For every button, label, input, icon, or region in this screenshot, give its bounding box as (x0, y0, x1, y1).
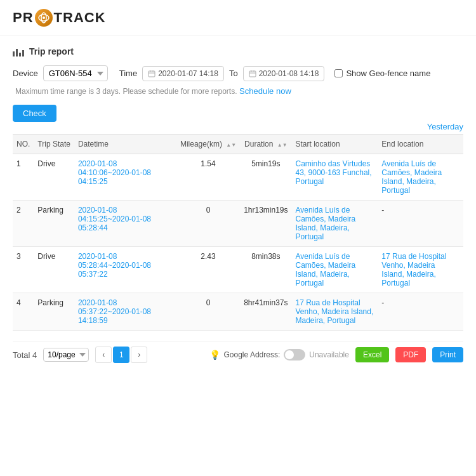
cell-no: 3 (13, 247, 34, 293)
cell-duration: 8hr41min37s (240, 293, 291, 331)
geofence-checkbox[interactable] (334, 69, 343, 77)
cell-datetime: 2020-01-08 05:37:22~2020-01-08 14:18:59 (74, 293, 176, 331)
cell-end-location: 17 Rua de Hospital Venho, Madeira Island… (378, 247, 463, 293)
col-header-duration: Duration ▲▼ (240, 135, 291, 154)
cell-mileage: 2.43 (176, 247, 240, 293)
pagination: ‹ 1 › (95, 347, 147, 363)
col-header-end-location: End location (378, 135, 463, 154)
col-header-trip-state: Trip State (34, 135, 74, 154)
cell-no: 4 (13, 293, 34, 331)
cell-trip-state: Drive (34, 154, 74, 201)
col-header-mileage: Mileage(km) ▲▼ (176, 135, 240, 154)
google-address-row: 💡 Google Address: Unavailable (209, 349, 349, 360)
cell-datetime: 2020-01-08 04:10:06~2020-01-08 04:15:25 (74, 154, 176, 201)
col-header-no: NO. (13, 135, 34, 154)
datetime-link[interactable]: 2020-01-08 04:15:25~2020-01-08 05:28:44 (78, 206, 151, 232)
duration-sort-icon[interactable]: ▲▼ (277, 143, 288, 148)
footer: Total 4 10/page 20/page 50/page ‹ 1 › 💡 … (13, 341, 463, 368)
cell-start-location: Avenida Luís de Camões, Madeira Island, … (292, 201, 378, 247)
header: PR TRACK (0, 0, 476, 36)
schedule-link[interactable]: Schedule now (239, 86, 291, 96)
start-location-link[interactable]: Avenida Luís de Camões, Madeira Island, … (296, 206, 356, 241)
page-size-select[interactable]: 10/page 20/page 50/page (43, 348, 89, 362)
cell-end-location: - (378, 201, 463, 247)
start-location-link[interactable]: Avenida Luís de Camões, Madeira Island, … (296, 252, 356, 288)
cell-datetime: 2020-01-08 05:28:44~2020-01-08 05:37:22 (74, 247, 176, 293)
svg-rect-7 (249, 71, 256, 77)
trip-table: NO. Trip State Datetime Mileage(km) ▲▼ D… (13, 134, 463, 331)
cell-start-location: Avenida Luís de Camões, Madeira Island, … (292, 247, 378, 293)
bulb-icon: 💡 (209, 350, 220, 360)
datetime-link[interactable]: 2020-01-08 05:28:44~2020-01-08 05:37:22 (78, 252, 151, 279)
hint-row: Maximum time range is 3 days. Please sch… (14, 86, 463, 96)
cell-end-location: Avenida Luís de Camões, Madeira Island, … (378, 154, 463, 201)
total-count: Total 4 (13, 350, 37, 360)
cell-trip-state: Parking (34, 201, 74, 247)
col-header-datetime: Datetime (74, 135, 176, 154)
table-row: 4Parking2020-01-08 05:37:22~2020-01-08 1… (13, 293, 463, 331)
time-to-value: 2020-01-08 14:18 (259, 69, 319, 78)
time-to-input[interactable]: 2020-01-08 14:18 (243, 66, 325, 81)
logo-icon (35, 9, 53, 27)
next-page-button[interactable]: › (131, 347, 147, 363)
device-select[interactable]: GT06N-554 (43, 65, 108, 81)
google-address-toggle[interactable] (284, 349, 305, 360)
mileage-sort-icon[interactable]: ▲▼ (226, 143, 236, 148)
datetime-link[interactable]: 2020-01-08 05:37:22~2020-01-08 14:18:59 (78, 298, 151, 325)
pdf-button[interactable]: PDF (395, 347, 426, 362)
end-location-link[interactable]: 17 Rua de Hospital Venho, Madeira Island… (381, 252, 446, 288)
geofence-checkbox-label[interactable]: Show Geo-fence name (334, 69, 430, 78)
google-address-label: Google Address: (224, 350, 281, 359)
device-label: Device (13, 69, 38, 78)
time-from-input[interactable]: 2020-01-07 14:18 (142, 66, 224, 81)
unavailable-text: Unavailable (309, 350, 349, 359)
cell-mileage: 0 (176, 293, 240, 331)
start-location-link[interactable]: Caminho das Virtudes 43, 9000-163 Funcha… (296, 159, 372, 186)
time-label: Time (119, 69, 137, 78)
time-from-value: 2020-01-07 14:18 (158, 69, 218, 78)
logo: PR TRACK (13, 9, 106, 27)
hint-text: Maximum time range is 3 days. Please sch… (15, 87, 237, 96)
cell-trip-state: Drive (34, 247, 74, 293)
end-location-link[interactable]: Avenida Luís de Camões, Madeira Island, … (381, 159, 442, 195)
cell-datetime: 2020-01-08 04:15:25~2020-01-08 05:28:44 (74, 201, 176, 247)
table-row: 2Parking2020-01-08 04:15:25~2020-01-08 0… (13, 201, 463, 247)
table-row: 3Drive2020-01-08 05:28:44~2020-01-08 05:… (13, 247, 463, 293)
controls-row: Device GT06N-554 Time 2020-01-07 14:18 T… (13, 65, 463, 81)
section-header: Trip report (13, 46, 463, 56)
table-row: 1Drive2020-01-08 04:10:06~2020-01-08 04:… (13, 154, 463, 201)
logo-text-post: TRACK (54, 10, 106, 26)
svg-rect-3 (149, 71, 155, 77)
bar-chart-icon (13, 46, 24, 56)
cell-mileage: 1.54 (176, 154, 240, 201)
col-header-start-location: Start location (292, 135, 378, 154)
cell-start-location: 17 Rua de Hospital Venho, Madeira Island… (292, 293, 378, 331)
cell-duration: 5min19s (240, 154, 291, 201)
prev-page-button[interactable]: ‹ (95, 347, 112, 363)
page-1-button[interactable]: 1 (113, 347, 129, 363)
cell-trip-state: Parking (34, 293, 74, 331)
excel-button[interactable]: Excel (355, 347, 389, 362)
cell-duration: 1hr13min19s (240, 201, 291, 247)
start-location-link[interactable]: 17 Rua de Hospital Venho, Madeira Island… (296, 298, 374, 325)
svg-point-2 (43, 17, 45, 19)
cell-no: 2 (13, 201, 34, 247)
table-body: 1Drive2020-01-08 04:10:06~2020-01-08 04:… (13, 154, 463, 331)
yesterday-row: Yesterday (13, 122, 463, 131)
cell-duration: 8min38s (240, 247, 291, 293)
cell-start-location: Caminho das Virtudes 43, 9000-163 Funcha… (292, 154, 378, 201)
cell-mileage: 0 (176, 201, 240, 247)
section-title: Trip report (29, 46, 74, 56)
check-button[interactable]: Check (13, 105, 56, 122)
to-label: To (229, 69, 238, 78)
logo-text-pre: PR (13, 10, 34, 26)
print-button[interactable]: Print (432, 347, 463, 362)
geofence-label-text: Show Geo-fence name (346, 69, 430, 78)
main-content: Trip report Device GT06N-554 Time 2020-0… (0, 36, 476, 378)
cell-end-location: - (378, 293, 463, 331)
datetime-link[interactable]: 2020-01-08 04:10:06~2020-01-08 04:15:25 (78, 159, 151, 186)
table-header-row: NO. Trip State Datetime Mileage(km) ▲▼ D… (13, 135, 463, 154)
yesterday-link[interactable]: Yesterday (427, 122, 463, 131)
cell-no: 1 (13, 154, 34, 201)
